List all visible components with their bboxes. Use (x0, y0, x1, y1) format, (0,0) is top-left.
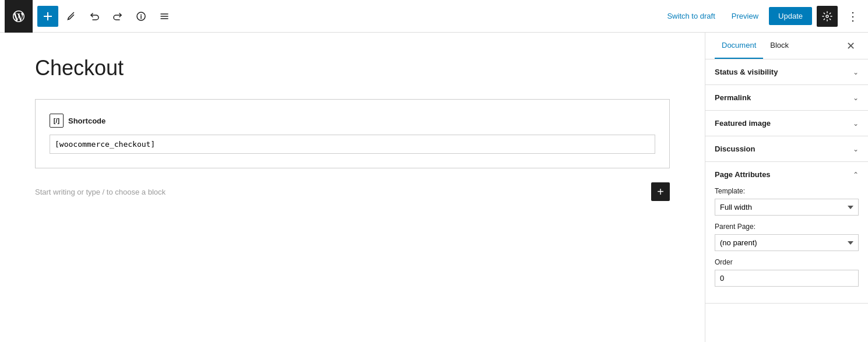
settings-button[interactable] (817, 6, 838, 27)
main-content: Checkout [/] Shortcode Start writing or … (0, 33, 705, 342)
preview-button[interactable]: Preview (726, 8, 764, 24)
panel-discussion: Discussion ⌄ (705, 136, 868, 162)
more-options-button[interactable]: ⋮ (842, 6, 863, 27)
undo-button[interactable] (84, 6, 105, 27)
wp-logo (5, 0, 33, 33)
panel-status-title: Status & visibility (715, 68, 778, 76)
list-view-button[interactable] (154, 6, 175, 27)
toolbar: Switch to draft Preview Update ⋮ (0, 0, 868, 33)
parent-page-row: Parent Page: (no parent) (715, 223, 859, 251)
layout: Checkout [/] Shortcode Start writing or … (0, 33, 868, 342)
panel-page-attributes-chevron: ⌃ (853, 171, 859, 179)
tab-document[interactable]: Document (715, 33, 763, 59)
template-label: Template: (715, 187, 859, 195)
redo-button[interactable] (107, 6, 128, 27)
add-block-inline-button[interactable]: + (651, 182, 670, 201)
add-block-button[interactable] (37, 6, 58, 27)
panel-featured-image-header[interactable]: Featured image ⌄ (705, 111, 868, 136)
panel-page-attributes-title: Page Attributes (715, 170, 771, 179)
shortcode-input[interactable] (50, 135, 655, 154)
panel-page-attributes: Page Attributes ⌃ Template: Full width D… (705, 162, 868, 304)
panel-featured-image: Featured image ⌄ (705, 111, 868, 136)
panel-discussion-header[interactable]: Discussion ⌄ (705, 136, 868, 161)
order-row: Order (715, 258, 859, 287)
panel-page-attributes-body: Template: Full width Default template Pa… (705, 187, 868, 303)
template-row: Template: Full width Default template (715, 187, 859, 216)
panel-status-chevron: ⌄ (853, 68, 859, 76)
add-block-hint: Start writing or type / to choose a bloc… (35, 188, 651, 196)
tools-button[interactable] (61, 6, 82, 27)
block-header: [/] Shortcode (50, 114, 655, 128)
sidebar-tabs: Document Block ✕ (705, 33, 868, 59)
toolbar-right: Switch to draft Preview Update ⋮ (661, 6, 863, 27)
panel-discussion-chevron: ⌄ (853, 145, 859, 153)
panel-featured-image-chevron: ⌄ (853, 119, 859, 128)
add-block-area: Start writing or type / to choose a bloc… (35, 178, 670, 206)
page-title[interactable]: Checkout (35, 56, 670, 80)
tab-block[interactable]: Block (763, 33, 796, 59)
order-input[interactable] (715, 270, 859, 287)
shortcode-icon: [/] (50, 114, 64, 128)
panel-permalink: Permalink ⌄ (705, 85, 868, 111)
sidebar: Document Block ✕ Status & visibility ⌄ P… (705, 33, 868, 342)
panel-discussion-title: Discussion (715, 144, 755, 153)
parent-page-label: Parent Page: (715, 223, 859, 231)
panel-status-visibility: Status & visibility ⌄ (705, 59, 868, 85)
svg-point-1 (826, 15, 828, 17)
panel-page-attributes-header[interactable]: Page Attributes ⌃ (705, 162, 868, 187)
block-label: Shortcode (68, 117, 106, 125)
switch-to-draft-button[interactable]: Switch to draft (661, 8, 721, 24)
panel-permalink-header[interactable]: Permalink ⌄ (705, 85, 868, 110)
template-select[interactable]: Full width Default template (715, 199, 859, 216)
panel-permalink-chevron: ⌄ (853, 94, 859, 102)
update-button[interactable]: Update (769, 7, 812, 25)
order-label: Order (715, 258, 859, 266)
parent-page-select[interactable]: (no parent) (715, 234, 859, 251)
panel-permalink-title: Permalink (715, 93, 751, 102)
panel-featured-image-title: Featured image (715, 119, 771, 128)
shortcode-block: [/] Shortcode (35, 99, 670, 168)
details-button[interactable] (131, 6, 152, 27)
panel-status-header[interactable]: Status & visibility ⌄ (705, 59, 868, 84)
sidebar-close-button[interactable]: ✕ (842, 38, 859, 54)
